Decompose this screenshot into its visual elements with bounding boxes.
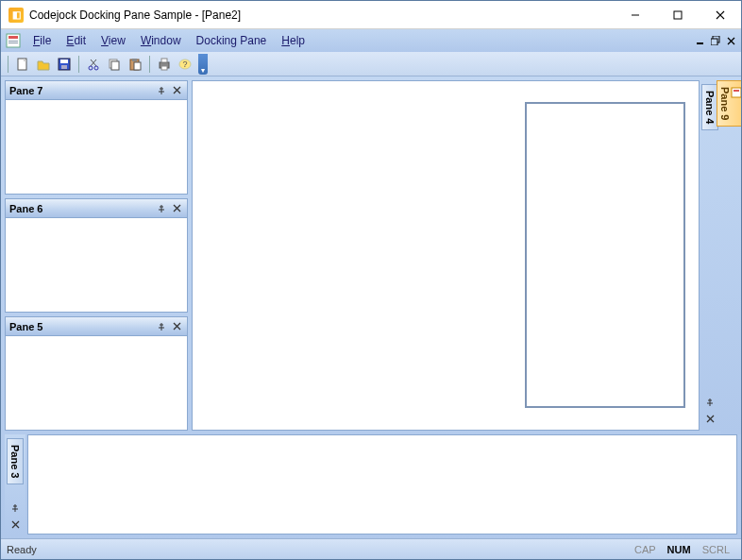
pane-5: Pane 5: [5, 316, 188, 431]
mdi-controls: [694, 34, 737, 47]
toolbar-separator: [149, 56, 150, 73]
indicator-num: NUM: [662, 544, 697, 555]
autohide-bottom-strip: Pane 3: [5, 434, 25, 535]
pane-header[interactable]: Pane 5: [6, 317, 187, 336]
minimize-button[interactable]: [614, 1, 656, 29]
pin-icon[interactable]: [8, 501, 22, 515]
svg-rect-28: [161, 66, 167, 70]
toolbar-grip[interactable]: [8, 56, 8, 73]
autohide-tab-pane-9[interactable]: Pane 9: [717, 80, 742, 127]
left-dock: Pane 7 Pane 6 Pane 5: [1, 76, 188, 434]
menu-edit[interactable]: Edit: [59, 32, 93, 49]
status-message: Ready: [7, 544, 629, 555]
menu-help[interactable]: Help: [274, 32, 312, 49]
titlebar: ◧ Codejock Docking Pane Sample - [Pane2]: [1, 1, 741, 29]
autohide-right-strip: Pane 4: [700, 80, 720, 431]
statusbar: Ready CAP NUM SCRL: [1, 538, 741, 559]
pane-body: [6, 218, 187, 312]
mdi-close-button[interactable]: [724, 34, 737, 47]
svg-rect-5: [8, 36, 18, 39]
bottom-dock: Pane 3: [1, 434, 741, 538]
pane-header[interactable]: Pane 7: [6, 81, 187, 100]
maximize-button[interactable]: [656, 1, 699, 29]
autohide-controls: [8, 501, 22, 531]
paste-button[interactable]: [126, 55, 144, 74]
autohide-tab-pane-3[interactable]: Pane 3: [7, 438, 24, 484]
pin-icon[interactable]: [155, 320, 168, 333]
pin-icon[interactable]: [703, 396, 717, 409]
mdi-system-icon[interactable]: [5, 32, 22, 49]
indicator-cap: CAP: [629, 544, 662, 555]
svg-text:?: ?: [182, 59, 187, 69]
svg-rect-24: [132, 59, 137, 61]
menu-docking-pane[interactable]: Docking Pane: [189, 32, 275, 49]
svg-rect-22: [111, 61, 119, 70]
menu-file[interactable]: File: [25, 32, 59, 49]
autohide-tab-label: Pane 9: [719, 87, 731, 120]
open-button[interactable]: [34, 55, 53, 74]
close-icon[interactable]: [170, 320, 183, 333]
svg-point-20: [94, 66, 98, 70]
document-area[interactable]: [192, 80, 700, 431]
window-title: Codejock Docking Pane Sample - [Pane2]: [29, 8, 614, 22]
close-button[interactable]: [699, 1, 741, 29]
client-area: Pane 7 Pane 6 Pane 5: [1, 76, 741, 538]
pin-icon[interactable]: [155, 202, 168, 215]
print-button[interactable]: [155, 55, 174, 74]
pane-3-body: [27, 434, 737, 535]
svg-rect-8: [697, 42, 703, 44]
pane-title: Pane 7: [9, 85, 153, 96]
close-icon[interactable]: [170, 84, 183, 97]
svg-rect-6: [8, 41, 18, 42]
pane-header[interactable]: Pane 6: [6, 199, 187, 218]
svg-rect-40: [734, 90, 739, 92]
pane-7: Pane 7: [5, 80, 188, 195]
svg-rect-7: [8, 42, 18, 43]
mdi-restore-button[interactable]: [709, 34, 722, 47]
toolbar-overflow-button[interactable]: ▾: [198, 54, 208, 75]
toolbar-separator: [78, 56, 79, 73]
toolbar: ? ▾: [1, 52, 741, 76]
pane-title: Pane 5: [9, 321, 153, 332]
menu-window[interactable]: Window: [133, 32, 189, 49]
svg-point-19: [89, 66, 93, 70]
pane-body: [6, 100, 187, 194]
menu-view[interactable]: View: [93, 32, 133, 49]
new-button[interactable]: [13, 55, 32, 74]
mdi-minimize-button[interactable]: [694, 34, 707, 47]
app-icon: ◧: [8, 8, 24, 23]
menubar: File Edit View Window Docking Pane Help: [1, 29, 741, 52]
svg-rect-10: [711, 39, 717, 45]
close-icon[interactable]: [170, 202, 183, 215]
copy-button[interactable]: [105, 55, 124, 74]
child-window[interactable]: [525, 102, 685, 408]
svg-rect-25: [134, 62, 141, 70]
save-button[interactable]: [55, 55, 74, 74]
close-icon[interactable]: [703, 412, 717, 425]
pane-title: Pane 6: [9, 203, 153, 214]
svg-rect-16: [61, 65, 67, 69]
svg-rect-1: [674, 11, 682, 19]
center-wrap: Pane 4: [188, 76, 720, 434]
about-button[interactable]: ?: [176, 55, 194, 74]
pin-icon[interactable]: [155, 84, 168, 97]
pane-body: [6, 336, 187, 430]
close-icon[interactable]: [8, 518, 22, 531]
cut-button[interactable]: [84, 55, 103, 74]
svg-rect-15: [60, 59, 68, 63]
autohide-far-right-strip: Pane 9: [720, 76, 741, 434]
svg-rect-39: [732, 88, 741, 97]
pane-6: Pane 6: [5, 198, 188, 313]
autohide-controls: [703, 396, 717, 425]
svg-rect-27: [161, 59, 167, 62]
indicator-scrl: SCRL: [697, 544, 735, 555]
